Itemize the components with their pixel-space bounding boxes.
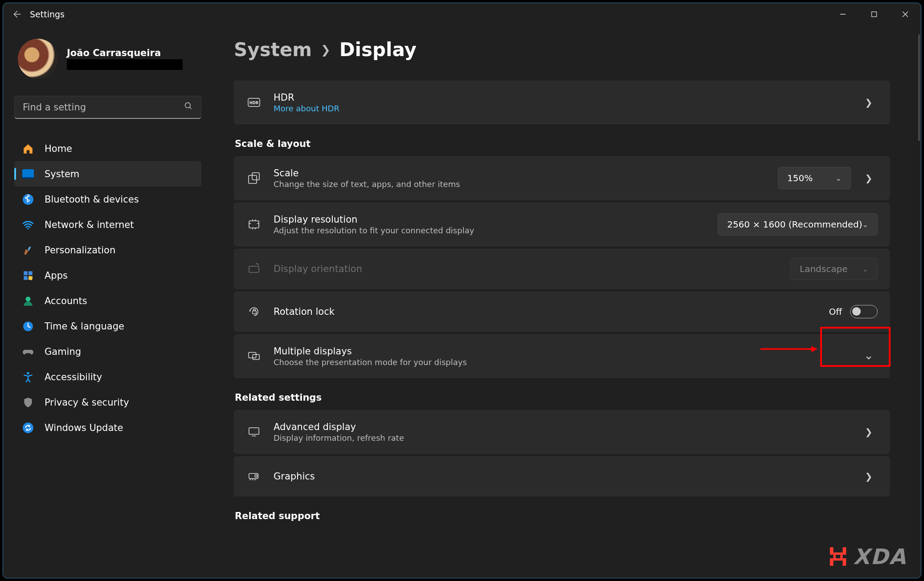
chevron-right-icon xyxy=(860,173,878,183)
svg-rect-23 xyxy=(249,428,259,435)
breadcrumb-parent[interactable]: System xyxy=(234,39,312,61)
sidebar-item-privacy[interactable]: Privacy & security xyxy=(14,390,201,415)
resolution-icon xyxy=(246,218,262,231)
window-controls xyxy=(827,3,921,25)
xda-text: XDA xyxy=(853,544,907,569)
sidebar-item-personalization[interactable]: Personalization xyxy=(14,237,201,263)
back-button[interactable] xyxy=(3,9,30,19)
card-subtitle: Display information, refresh rate xyxy=(274,433,848,443)
svg-rect-7 xyxy=(29,271,33,275)
time-icon xyxy=(22,321,34,332)
sidebar-item-label: Apps xyxy=(45,270,68,281)
sidebar-item-gaming[interactable]: Gaming xyxy=(14,339,201,364)
avatar xyxy=(18,39,58,79)
sidebar-item-home[interactable]: Home xyxy=(14,136,201,161)
svg-rect-8 xyxy=(24,276,28,280)
svg-rect-21 xyxy=(249,353,256,358)
apps-icon xyxy=(22,270,34,281)
sidebar-item-bluetooth[interactable]: Bluetooth & devices xyxy=(14,187,201,212)
search-input[interactable] xyxy=(23,102,184,113)
card-subtitle: Adjust the resolution to fit your connec… xyxy=(274,226,706,235)
maximize-button[interactable] xyxy=(859,3,890,25)
sidebar-item-apps[interactable]: Apps xyxy=(14,263,201,288)
sidebar-item-accessibility[interactable]: Accessibility xyxy=(14,364,201,390)
bluetooth-icon xyxy=(22,194,34,205)
user-profile[interactable]: João Carrasqueira xyxy=(14,39,201,79)
user-email-redacted xyxy=(67,59,183,70)
card-title: Graphics xyxy=(274,471,848,482)
privacy-icon xyxy=(22,397,34,408)
scale-dropdown[interactable]: 150% ⌄ xyxy=(778,167,851,189)
accounts-icon xyxy=(22,295,34,307)
section-related-settings: Related settings xyxy=(235,392,890,403)
window-title: Settings xyxy=(30,9,65,19)
home-icon xyxy=(22,143,34,154)
card-subtitle: Change the size of text, apps, and other… xyxy=(274,179,766,189)
setting-rotation-lock[interactable]: Rotation lock Off xyxy=(234,292,890,332)
graphics-icon xyxy=(246,470,262,483)
svg-line-3 xyxy=(190,107,192,109)
resolution-dropdown[interactable]: 2560 × 1600 (Recommended) ⌄ xyxy=(718,213,878,236)
network-icon xyxy=(22,219,34,231)
card-title: Scale xyxy=(274,168,766,179)
hdr-icon: HDR xyxy=(246,96,262,109)
dropdown-value: Landscape xyxy=(800,264,847,274)
setting-hdr[interactable]: HDR HDR More about HDR xyxy=(234,81,890,124)
section-scale-layout: Scale & layout xyxy=(235,138,890,149)
toggle-label: Off xyxy=(829,306,842,317)
svg-text:HDR: HDR xyxy=(249,101,259,105)
setting-resolution[interactable]: Display resolution Adjust the resolution… xyxy=(234,203,890,246)
sidebar-item-system[interactable]: System xyxy=(14,161,201,187)
accessibility-icon xyxy=(22,371,34,383)
sidebar-item-label: Accessibility xyxy=(45,372,102,382)
scale-icon xyxy=(246,172,262,184)
svg-point-2 xyxy=(185,103,191,108)
chevron-down-icon: ⌄ xyxy=(836,174,842,183)
sidebar-item-accounts[interactable]: Accounts xyxy=(14,288,201,313)
svg-rect-18 xyxy=(249,221,259,228)
sidebar-item-update[interactable]: Windows Update xyxy=(14,415,201,440)
svg-rect-6 xyxy=(24,271,28,275)
settings-window: Settings João Carrasqueira xyxy=(3,3,921,578)
orientation-dropdown: Landscape ⌄ xyxy=(790,258,878,280)
svg-rect-17 xyxy=(252,173,259,180)
svg-rect-9 xyxy=(28,276,33,280)
xda-watermark: XDA xyxy=(826,544,907,569)
sidebar-item-label: Bluetooth & devices xyxy=(45,194,139,205)
rotation-lock-icon xyxy=(246,305,262,318)
breadcrumb-current: Display xyxy=(339,39,417,61)
breadcrumb: System ❯ Display xyxy=(234,39,890,61)
chevron-down-icon: ⌄ xyxy=(863,220,868,229)
sidebar-item-label: Gaming xyxy=(45,346,81,357)
card-title: Multiple displays xyxy=(274,346,848,357)
sidebar-item-network[interactable]: Network & internet xyxy=(14,212,201,237)
sidebar-item-label: Accounts xyxy=(45,296,87,306)
close-button[interactable] xyxy=(890,3,921,25)
sidebar-item-label: Home xyxy=(45,143,72,154)
search-input-container[interactable] xyxy=(14,96,201,119)
minimize-button[interactable] xyxy=(827,3,859,25)
personalization-icon xyxy=(22,244,34,256)
chevron-right-icon: ❯ xyxy=(321,43,331,57)
system-icon xyxy=(22,168,34,180)
card-title: Advanced display xyxy=(274,422,848,432)
multiple-displays-icon xyxy=(246,350,262,362)
chevron-down-icon xyxy=(860,351,878,362)
content-area[interactable]: System ❯ Display HDR HDR More about HDR … xyxy=(213,25,921,578)
sidebar-item-time[interactable]: Time & language xyxy=(14,313,201,339)
svg-point-5 xyxy=(27,228,29,229)
dropdown-value: 2560 × 1600 (Recommended) xyxy=(727,219,862,230)
sidebar-item-label: Network & internet xyxy=(45,219,134,230)
svg-rect-1 xyxy=(872,12,877,17)
gaming-icon xyxy=(22,346,34,358)
setting-scale[interactable]: Scale Change the size of text, apps, and… xyxy=(234,156,890,200)
setting-multiple-displays[interactable]: Multiple displays Choose the presentatio… xyxy=(234,334,890,378)
chevron-right-icon xyxy=(860,427,878,437)
setting-orientation: Display orientation Landscape ⌄ xyxy=(234,249,890,289)
setting-graphics[interactable]: Graphics xyxy=(234,456,890,496)
titlebar: Settings xyxy=(3,3,921,25)
svg-rect-31 xyxy=(834,554,842,560)
card-link[interactable]: More about HDR xyxy=(274,104,848,113)
setting-advanced-display[interactable]: Advanced display Display information, re… xyxy=(234,410,890,454)
rotation-lock-toggle[interactable] xyxy=(850,305,878,318)
